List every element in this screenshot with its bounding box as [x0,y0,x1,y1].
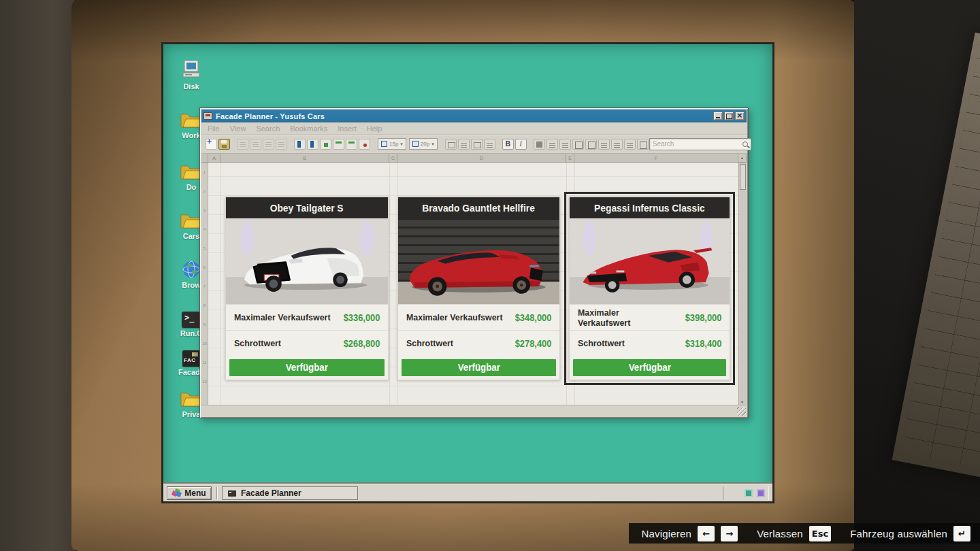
scrollbar-thumb[interactable] [740,164,746,190]
max-sale-row: Maximaler Verkaufswert $398,000 [570,304,730,330]
car-card-pegassi-infernus[interactable]: Pegassi Infernus Classic [569,197,730,380]
column-width-dropdown[interactable]: 15p [378,138,406,150]
shade-top-icon[interactable] [624,139,636,150]
insert-column-icon[interactable] [294,139,306,150]
column-header-c[interactable]: C [389,154,397,162]
search-input[interactable] [653,140,742,148]
select-vehicle-hint-label: Fahrzeug auswählen [850,528,947,539]
insert-cell-green-icon[interactable] [320,139,331,150]
border-box-icon[interactable] [471,139,483,150]
menu-bookmarks[interactable]: Bookmarks [290,124,327,133]
window-statusbar [201,405,747,416]
start-menu-button[interactable]: Menu [167,486,212,500]
bold-button[interactable]: B [502,139,514,150]
column-header-e[interactable]: E [566,154,574,162]
taskbar-divider [216,487,218,499]
window-icon [203,112,212,120]
enter-key-icon: ↵ [953,526,970,541]
menu-bar: File View Search Bookmarks Insert Help [201,122,747,135]
save-icon[interactable] [218,139,230,150]
computer-screen: Disk Work Do [163,44,772,501]
menu-insert[interactable]: Insert [338,124,357,133]
open-icon[interactable] [237,139,248,150]
tray-icon-purple[interactable] [757,489,765,497]
taskbar-tab-facade-planner[interactable]: Facade Planner [222,486,358,500]
car-card-title: Obey Tailgater S [226,197,388,218]
italic-button[interactable]: I [515,139,527,150]
paper-grid [900,40,980,476]
maximize-button[interactable] [724,112,734,120]
arrow-right-key-icon: → [721,526,738,541]
facade-planner-window: Facade Planner - Yusufs Cars File View S… [199,107,749,418]
column-header-a[interactable]: A [208,154,220,162]
car-card-obey-tailgater[interactable]: Obey Tailgater S [225,197,389,380]
row-height-dropdown[interactable]: 20p [409,138,438,150]
column-headers: A B C D E F [201,154,747,163]
align-center-icon[interactable] [559,139,571,150]
border-lines-icon[interactable] [458,139,470,150]
menu-file[interactable]: File [208,124,220,133]
window-title: Facade Planner - Yusufs Cars [216,112,325,120]
border-left-icon[interactable] [572,139,584,150]
menu-view[interactable]: View [230,124,246,133]
search-field[interactable] [649,138,751,150]
tray-icon-green[interactable] [745,489,753,497]
scrap-value-row: Schrottwert $278,400 [398,330,559,356]
toolbar: 15p 20p B I [201,135,747,154]
menu-search[interactable]: Search [256,124,280,133]
taskbar: Menu Facade Planner [163,484,772,501]
delete-cell-red-icon[interactable] [359,139,370,150]
max-sale-row: Maximaler Verkaufswert $348,000 [398,304,559,330]
copy-icon[interactable] [276,139,287,150]
menu-logo-icon [172,489,182,497]
max-sale-row: Maximaler Verkaufswert $336,000 [226,304,388,330]
resize-grip[interactable] [737,407,746,416]
column-header-f[interactable]: F [574,154,738,162]
available-button[interactable]: Verfügbar [402,359,556,377]
scrap-value-row: Schrottwert $318,400 [570,330,730,356]
background-desk [854,0,980,551]
border-outline-icon[interactable] [445,139,457,150]
border-right-icon[interactable] [585,139,597,150]
navigate-hint-label: Navigieren [641,528,691,539]
corner-cell[interactable] [201,154,208,162]
facade-app-icon [182,350,200,367]
facade-planner-icon [228,490,236,497]
car-image-white-sedan [226,218,388,304]
car-image-red-supercar [570,218,730,304]
available-button[interactable]: Verfügbar [229,359,385,377]
close-button[interactable] [735,112,745,120]
minimize-button[interactable] [713,112,723,120]
align-left-icon[interactable] [546,139,558,150]
car-image-red-muscle-car [398,218,559,304]
search-icon [742,141,748,147]
fill-icon[interactable] [534,139,545,150]
spreadsheet: A B C D E F 1 [201,154,747,405]
insert-row-green-alt-icon[interactable] [346,139,357,150]
car-card-title: Bravado Gauntlet Hellfire [398,197,559,218]
shade-none-icon[interactable] [637,139,649,150]
desktop-icon-disk[interactable]: Disk [172,58,211,90]
print-icon[interactable] [250,139,261,150]
esc-key-icon: Esc [809,526,831,541]
arrow-left-key-icon: ← [698,526,715,541]
vertical-scrollbar[interactable] [738,163,747,405]
insert-column-alt-icon[interactable] [307,139,318,150]
new-file-icon[interactable] [206,139,217,150]
car-card-bravado-gauntlet[interactable]: Bravado Gauntlet Hellfire [397,197,560,380]
shade-right-icon[interactable] [611,139,623,150]
border-inner-icon[interactable] [484,139,495,150]
sheet-body: 1 2 3 4 5 6 7 8 9 10 11 12 [201,163,738,405]
insert-row-green-icon[interactable] [333,139,344,150]
scrap-value-row: Schrottwert $268,800 [226,330,388,356]
window-titlebar[interactable]: Facade Planner - Yusufs Cars [201,110,747,122]
available-button[interactable]: Verfügbar [573,359,726,377]
paper-clipboard [892,33,980,484]
menu-help[interactable]: Help [367,124,382,133]
preview-icon[interactable] [263,139,274,150]
shade-left-icon[interactable] [598,139,610,150]
column-header-d[interactable]: D [397,154,566,162]
scroll-up-arrow[interactable] [738,154,747,162]
background-wall [0,0,75,551]
column-header-b[interactable]: B [220,154,389,162]
